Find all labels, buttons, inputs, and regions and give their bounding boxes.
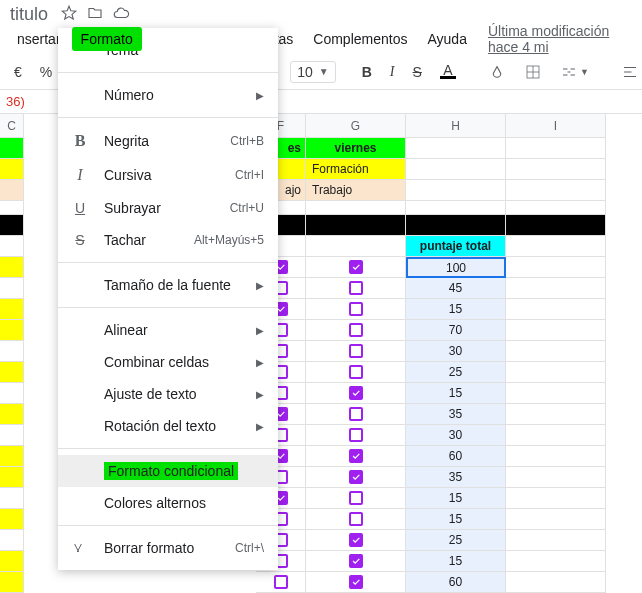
- score-cell[interactable]: 25: [406, 530, 506, 551]
- score-header[interactable]: puntaje total: [406, 236, 506, 257]
- checkbox-cell-a[interactable]: [0, 572, 24, 593]
- dd-tam-fuente-label: Tamaño de la fuente: [104, 277, 242, 293]
- checkbox-cell-g[interactable]: [306, 383, 406, 404]
- dd-borrar-label: Borrar formato: [104, 540, 221, 556]
- score-cell[interactable]: 30: [406, 425, 506, 446]
- col-c[interactable]: C: [0, 114, 24, 138]
- checkbox-cell-a[interactable]: [0, 530, 24, 551]
- cell-formacion[interactable]: Formación: [306, 159, 406, 180]
- cell-trabajo[interactable]: Trabajo: [306, 180, 406, 201]
- score-cell[interactable]: 35: [406, 404, 506, 425]
- checkbox-cell-g[interactable]: [306, 278, 406, 299]
- italic-icon: I: [70, 166, 90, 184]
- strike-button[interactable]: S: [407, 60, 428, 84]
- checkbox-cell-g[interactable]: [306, 551, 406, 572]
- score-cell[interactable]: 15: [406, 299, 506, 320]
- col-g[interactable]: G: [306, 114, 406, 138]
- dd-numero[interactable]: Número ▶: [58, 79, 278, 111]
- borders-button[interactable]: [518, 59, 548, 85]
- col-i[interactable]: I: [506, 114, 606, 138]
- checkbox-cell-g[interactable]: [306, 362, 406, 383]
- score-cell[interactable]: 45: [406, 278, 506, 299]
- dd-ajuste[interactable]: Ajuste de texto ▶: [58, 378, 278, 410]
- dd-tachar-label: Tachar: [104, 232, 180, 248]
- star-icon[interactable]: [60, 4, 78, 25]
- merge-button[interactable]: ▼: [554, 59, 595, 85]
- checkbox-cell-g[interactable]: [306, 488, 406, 509]
- cloud-icon[interactable]: [112, 4, 130, 25]
- menu-formato[interactable]: Formato: [72, 27, 142, 51]
- dd-subrayar-label: Subrayar: [104, 200, 216, 216]
- dd-condicional[interactable]: Formato condicional: [58, 455, 278, 487]
- checkbox-cell-g[interactable]: [306, 446, 406, 467]
- halign-button[interactable]: ▼: [615, 59, 642, 85]
- currency-button[interactable]: €: [8, 60, 28, 84]
- font-size[interactable]: 10 ▼: [290, 61, 335, 83]
- menu-ayuda[interactable]: Ayuda: [418, 27, 475, 51]
- checkbox-cell-g[interactable]: [306, 509, 406, 530]
- fill-color-button[interactable]: [482, 59, 512, 85]
- score-cell[interactable]: 100: [406, 257, 506, 278]
- dd-alternos[interactable]: Colores alternos: [58, 487, 278, 519]
- score-cell[interactable]: 30: [406, 341, 506, 362]
- text-color-button[interactable]: A: [434, 60, 462, 83]
- checkbox-cell-a[interactable]: [0, 320, 24, 341]
- last-modified[interactable]: Última modificación hace 4 mi: [488, 23, 634, 55]
- score-cell[interactable]: 15: [406, 488, 506, 509]
- dd-combinar[interactable]: Combinar celdas ▶: [58, 346, 278, 378]
- score-cell[interactable]: 15: [406, 383, 506, 404]
- dd-negrita[interactable]: B Negrita Ctrl+B: [58, 124, 278, 158]
- checkbox-cell-g[interactable]: [306, 320, 406, 341]
- checkbox-cell-a[interactable]: [0, 383, 24, 404]
- percent-button[interactable]: %: [34, 60, 58, 84]
- checkbox-cell-a[interactable]: [0, 509, 24, 530]
- chevron-down-icon: ▼: [319, 66, 329, 77]
- dd-tachar[interactable]: S Tachar Alt+Mayús+5: [58, 224, 278, 256]
- dd-borrar[interactable]: Borrar formato Ctrl+\: [58, 532, 278, 564]
- checkbox-cell-g[interactable]: [306, 404, 406, 425]
- dd-alinear[interactable]: Alinear ▶: [58, 314, 278, 346]
- checkbox-cell-g[interactable]: [306, 425, 406, 446]
- checkbox-cell-a[interactable]: [0, 257, 24, 278]
- checkbox-cell-a[interactable]: [0, 488, 24, 509]
- checkbox-cell-g[interactable]: [306, 341, 406, 362]
- cell-viernes[interactable]: viernes: [306, 138, 406, 159]
- bold-button[interactable]: B: [356, 60, 378, 84]
- italic-button[interactable]: I: [384, 60, 401, 84]
- score-cell[interactable]: 25: [406, 362, 506, 383]
- checkbox-cell-g[interactable]: [306, 299, 406, 320]
- clear-icon: [70, 540, 90, 556]
- checkbox-cell-a[interactable]: [0, 446, 24, 467]
- checkbox-cell-g[interactable]: [306, 530, 406, 551]
- checkbox-cell-a[interactable]: [0, 362, 24, 383]
- score-cell[interactable]: 35: [406, 467, 506, 488]
- checkbox-cell-a[interactable]: [0, 278, 24, 299]
- dd-tam-fuente[interactable]: Tamaño de la fuente ▶: [58, 269, 278, 301]
- chevron-right-icon: ▶: [256, 280, 264, 291]
- checkbox-cell-a[interactable]: [0, 425, 24, 446]
- dd-subrayar[interactable]: U Subrayar Ctrl+U: [58, 192, 278, 224]
- dd-negrita-sc: Ctrl+B: [230, 134, 264, 148]
- checkbox-cell-a[interactable]: [0, 299, 24, 320]
- score-cell[interactable]: 15: [406, 509, 506, 530]
- menu-complementos[interactable]: Complementos: [304, 27, 416, 51]
- score-cell[interactable]: 70: [406, 320, 506, 341]
- checkbox-cell-a[interactable]: [0, 551, 24, 572]
- score-cell[interactable]: 60: [406, 446, 506, 467]
- checkbox-cell-a[interactable]: [0, 341, 24, 362]
- score-cell[interactable]: 60: [406, 572, 506, 593]
- table-row[interactable]: 60: [0, 572, 642, 593]
- checkbox-cell-g[interactable]: [306, 467, 406, 488]
- chevron-right-icon: ▶: [256, 389, 264, 400]
- dd-rotacion[interactable]: Rotación del texto ▶: [58, 410, 278, 442]
- checkbox-cell-a[interactable]: [0, 467, 24, 488]
- score-cell[interactable]: 15: [406, 551, 506, 572]
- checkbox-cell-f[interactable]: [256, 572, 306, 593]
- col-h[interactable]: H: [406, 114, 506, 138]
- checkbox-cell-g[interactable]: [306, 257, 406, 278]
- checkbox-cell-g[interactable]: [306, 572, 406, 593]
- doc-title[interactable]: titulo: [10, 4, 48, 25]
- checkbox-cell-a[interactable]: [0, 404, 24, 425]
- dd-cursiva[interactable]: I Cursiva Ctrl+I: [58, 158, 278, 192]
- move-icon[interactable]: [86, 4, 104, 25]
